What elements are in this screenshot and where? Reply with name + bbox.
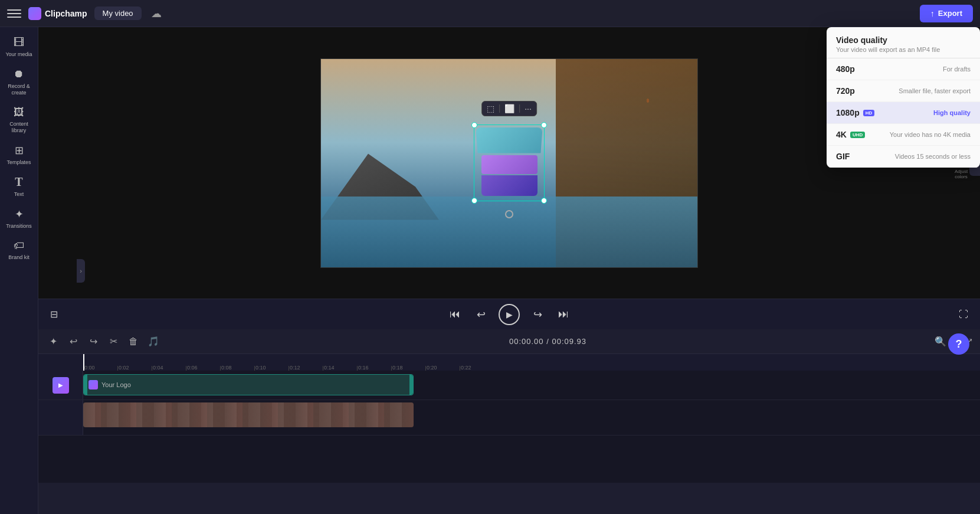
app-name: Clipchamp [45,9,87,18]
fullscreen-btn[interactable]: ⛶ [959,309,968,320]
logo-clip-label: Your Logo [101,381,131,388]
left-panel-collapse[interactable]: › [77,259,85,283]
vq-note-gif: Videos 15 seconds or less [895,153,971,160]
redo-btn[interactable]: ↪ [86,334,101,349]
app-logo: Clipchamp [28,7,87,20]
playback-bar: ⊟ ⏮ ↩ ▶ ↪ ⏭ ⛶ [38,299,980,329]
vq-res-gif: GIF [836,152,850,161]
skip-to-end-btn[interactable]: ⏭ [555,306,572,323]
your-media-icon: 🎞 [12,35,26,50]
shape-frame-btn[interactable]: ⬜ [504,104,514,113]
sidebar-item-content-library[interactable]: 🖼 Content library [2,102,36,137]
vq-res-480p: 480p [836,64,855,74]
handle-top-right[interactable] [541,122,547,128]
ruler-mark-6: 0:06 [186,365,220,371]
toolbar-sep-2 [519,104,520,113]
timeline-ruler: 0:00 0:02 0:04 0:06 0:08 0:10 0:12 0:14 … [38,354,980,371]
video-title[interactable]: My video [94,6,142,20]
cloud-save-icon[interactable]: ☁ [149,6,164,21]
vq-opt-left-4k: 4K UHD [836,130,865,139]
playhead[interactable] [83,354,84,371]
skip-to-start-btn[interactable]: ⏮ [447,306,463,323]
vq-res-720p: 720p [836,86,855,96]
time-total: / 00:09.93 [546,337,586,346]
vq-note-4k: Your video has no 4K media [890,131,971,138]
vq-option-1080p[interactable]: 1080p HD High quality [827,102,980,124]
vq-note-720p: Smaller file, faster export [899,87,971,94]
handle-top-left[interactable] [471,122,477,128]
logo-track-label: ▶ [38,371,83,400]
selection-box [474,125,545,201]
vq-opt-left-1080p: 1080p HD [836,108,874,117]
sidebar-item-transitions[interactable]: ✦ Transitions [2,204,36,233]
video-quality-dropdown: Video quality Your video will export as … [827,27,980,168]
logo-clip-left-handle[interactable] [84,375,87,395]
logo-clip-right-handle[interactable] [409,375,413,395]
ruler-mark-4: 0:04 [152,365,186,371]
undo-btn[interactable]: ↩ [65,334,81,349]
sidebar-label-record: Record & create [4,83,34,96]
video-canvas[interactable]: ⬚ ⬜ ··· [320,58,698,268]
logo-icon [28,7,41,20]
rewind-btn[interactable]: ↩ [473,306,489,323]
vq-opt-left-720p: 720p [836,86,855,96]
record-icon: ⏺ [12,67,26,81]
export-button[interactable]: ↑ Export [920,5,973,22]
media-clip[interactable] [83,402,414,427]
content-library-icon: 🖼 [12,105,26,119]
toolbar-sep-1 [499,104,500,113]
sidebar-item-templates[interactable]: ⊞ Templates [2,140,36,169]
shape-more-btn[interactable]: ··· [525,104,532,113]
hamburger-menu[interactable] [7,6,21,21]
vq-option-720p[interactable]: 720p Smaller file, faster export [827,80,980,102]
ruler-marks: 0:00 0:02 0:04 0:06 0:08 0:10 0:12 0:14 … [38,365,494,371]
detach-audio-btn[interactable]: 🎵 [146,334,161,349]
vq-res-1080p: 1080p [836,108,860,117]
vq-note-480p: For drafts [943,66,971,73]
sidebar: 🎞 Your media ⏺ Record & create 🖼 Content… [0,27,38,514]
time-current: 00:00.00 [509,337,544,346]
forward-btn[interactable]: ↪ [529,306,546,323]
shape-crop-btn[interactable]: ⬚ [487,104,494,113]
ruler-mark-10: 0:10 [254,365,289,371]
help-button[interactable]: ? [948,333,969,355]
vq-option-480p[interactable]: 480p For drafts [827,58,980,80]
play-pause-btn[interactable]: ▶ [499,304,520,325]
vq-option-gif[interactable]: GIF Videos 15 seconds or less [827,146,980,168]
export-label: Export [938,9,962,18]
timeline-area: ✦ ↩ ↪ ✂ 🗑 🎵 00:00.00 / 00:09.93 🔍 🔎 ⤢ [38,329,980,483]
sidebar-label-templates: Templates [6,159,31,166]
ruler-mark-20: 0:20 [425,365,460,371]
sidebar-item-brand-kit[interactable]: 🏷 Brand kit [2,235,36,264]
handle-bottom-right[interactable] [541,198,547,204]
templates-icon: ⊞ [12,143,26,158]
sidebar-label-transitions: Transitions [6,223,32,230]
zoom-out-btn[interactable]: 🔍 [935,336,946,347]
ruler-mark-0: 0:00 [83,365,117,371]
sidebar-item-record-create[interactable]: ⏺ Record & create [2,64,36,100]
ruler-mark-22: 0:22 [460,365,494,371]
timeline-tracks: ▶ Your Logo [38,371,980,483]
vq-opt-left-gif: GIF [836,152,850,161]
media-clip-waveform [83,402,414,427]
adjust-colors-label: Adjustcolors [955,169,968,179]
vq-res-4k: 4K [836,130,847,139]
delete-btn[interactable]: 🗑 [126,334,141,349]
handle-bottom-left[interactable] [471,198,477,204]
subtitle-toggle-btn[interactable]: ⊟ [50,309,58,320]
logo-clip[interactable]: Your Logo [83,374,414,395]
sidebar-item-text[interactable]: T Text [2,172,36,201]
vq-option-4k[interactable]: 4K UHD Your video has no 4K media [827,124,980,146]
ruler-mark-8: 0:08 [220,365,254,371]
transitions-icon: ✦ [12,207,26,221]
vq-opt-left-480p: 480p [836,64,855,74]
rotate-handle[interactable] [505,210,513,218]
media-track-row [38,400,980,436]
media-track-label [38,400,83,435]
ruler-mark-18: 0:18 [391,365,425,371]
sidebar-label-text: Text [14,191,24,198]
magnet-tool-btn[interactable]: ✦ [45,334,61,349]
sidebar-item-your-media[interactable]: 🎞 Your media [2,32,36,61]
cut-btn[interactable]: ✂ [106,334,121,349]
timeline-time: 00:00.00 / 00:09.93 [166,337,930,346]
